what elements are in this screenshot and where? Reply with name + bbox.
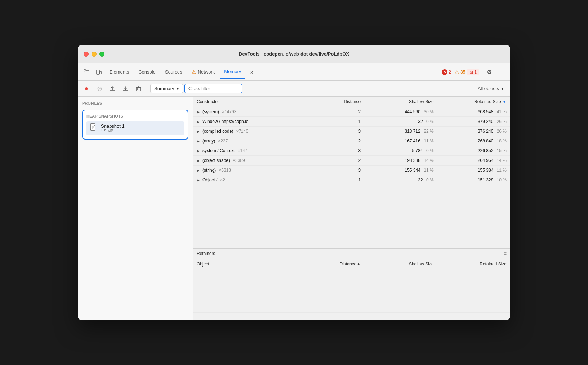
data-panel: Constructor Distance Shallow Size Retain… [193, 97, 510, 320]
ret-col-object[interactable]: Object [193, 259, 326, 269]
record-button[interactable]: ● [81, 83, 92, 94]
retainers-table[interactable]: Object Distance▲ Shallow Size Retained S… [193, 259, 510, 320]
warning-count: 35 [460, 70, 465, 75]
snapshot-item[interactable]: Snapshot 1 1.5 MB [86, 121, 184, 135]
device-icon[interactable] [93, 66, 104, 78]
expand-arrow-icon[interactable]: ▶ [197, 139, 201, 143]
error-circle-icon: ✕ [442, 69, 447, 75]
shallow-pct: 14 % [424, 158, 433, 163]
trash-button[interactable] [133, 83, 144, 94]
shallow-pct: 11 % [424, 138, 433, 144]
ret-col-shallow[interactable]: Shallow Size [364, 259, 437, 269]
table-row[interactable]: ▶ system / Context ×147 3 5 784 0 % 226 … [193, 146, 510, 156]
table-body: ▶ (system) ×14793 2 444 560 30 % 608 548… [193, 107, 510, 185]
col-constructor[interactable]: Constructor [193, 97, 326, 107]
snapshot-name: Snapshot 1 [101, 123, 125, 129]
cell-constructor: ▶ (string) ×6313 [193, 166, 326, 175]
cursor-icon[interactable] [81, 66, 92, 78]
tab-sources[interactable]: Sources [161, 66, 187, 79]
col-distance[interactable]: Distance [326, 97, 365, 107]
svg-rect-0 [84, 70, 86, 71]
retained-pct: 11 % [497, 168, 507, 173]
profiles-title: Profiles [82, 101, 188, 105]
summary-dropdown[interactable]: Summary ▾ [150, 84, 183, 93]
cell-retained-size: 376 240 26 % [437, 127, 510, 136]
table-row[interactable]: ▶ (string) ×6313 3 155 344 11 % 155 384 … [193, 166, 510, 175]
expand-arrow-icon[interactable]: ▶ [197, 110, 201, 114]
more-options-button[interactable]: ⋮ [496, 66, 507, 78]
retained-pct: 15 % [497, 148, 507, 153]
row-count: ×147 [237, 148, 247, 153]
tab-network[interactable]: ⚠ Network [187, 66, 219, 79]
table-row[interactable]: ▶ (array) ×227 2 167 416 11 % 268 840 18… [193, 136, 510, 146]
clear-button[interactable]: ⊘ [94, 83, 105, 94]
more-tabs-button[interactable]: » [246, 66, 258, 78]
expand-arrow-icon[interactable]: ▶ [197, 149, 201, 153]
cell-shallow-size: 5 784 0 % [364, 146, 437, 156]
col-shallow-size[interactable]: Shallow Size [364, 97, 437, 107]
error-count: 2 [449, 70, 451, 75]
col-retained-size[interactable]: Retained Size [437, 97, 510, 107]
expand-arrow-icon[interactable]: ▶ [197, 159, 201, 163]
download-button[interactable] [120, 83, 131, 94]
table-row[interactable]: ▶ (compiled code) ×7140 3 318 712 22 % 3… [193, 127, 510, 136]
summary-chevron-icon: ▾ [177, 86, 179, 91]
cell-shallow-size: 198 388 14 % [364, 156, 437, 166]
ret-col-distance[interactable]: Distance▲ [326, 259, 365, 269]
table-row[interactable]: ▶ (object shape) ×3389 2 198 388 14 % 20… [193, 156, 510, 166]
expand-arrow-icon[interactable]: ▶ [197, 129, 201, 133]
row-count: ×6313 [219, 168, 231, 173]
retainers-body [193, 269, 510, 313]
shallow-pct: 30 % [424, 109, 433, 114]
retained-pct: 26 % [497, 119, 507, 124]
main-toolbar: Elements Console Sources ⚠ Network Memor… [78, 63, 510, 81]
heap-snapshots-section: HEAP SNAPSHOTS Snapshot 1 1.5 MB [82, 110, 188, 140]
constructor-name: (system) [202, 109, 219, 114]
cell-distance: 3 [326, 127, 365, 136]
cell-retained-size: 268 840 18 % [437, 136, 510, 146]
main-table-container[interactable]: Constructor Distance Shallow Size Retain… [193, 97, 510, 248]
expand-arrow-icon[interactable]: ▶ [197, 168, 201, 172]
all-objects-dropdown[interactable]: All objects ▾ [474, 84, 507, 93]
shallow-pct: 0 % [426, 119, 434, 124]
devtools-window: DevTools - codepen.io/web-dot-dev/live/P… [78, 45, 510, 320]
retainers-header: Retainers ≡ [193, 249, 510, 259]
info-badge[interactable]: ⊠ 1 [467, 69, 479, 75]
minimize-button[interactable] [92, 52, 97, 57]
table-header-row: Constructor Distance Shallow Size Retain… [193, 97, 510, 107]
row-count: ×2 [220, 177, 225, 182]
settings-button[interactable]: ⚙ [484, 66, 495, 78]
class-filter-input[interactable] [184, 84, 242, 93]
divider [481, 68, 481, 76]
cell-distance: 2 [326, 156, 365, 166]
error-badge[interactable]: ✕ 2 [440, 69, 453, 76]
tab-memory[interactable]: Memory [220, 66, 245, 79]
ret-col-retained[interactable]: Retained Size [437, 259, 510, 269]
expand-arrow-icon[interactable]: ▶ [197, 120, 201, 124]
main-content: Profiles HEAP SNAPSHOTS Snapsh [78, 97, 510, 320]
retained-pct: 18 % [497, 138, 507, 144]
tab-console[interactable]: Console [134, 66, 160, 79]
maximize-button[interactable] [99, 52, 104, 57]
titlebar: DevTools - codepen.io/web-dot-dev/live/P… [78, 45, 510, 63]
retained-pct: 41 % [497, 109, 507, 114]
cell-retained-size: 151 328 10 % [437, 175, 510, 185]
close-button[interactable] [84, 52, 89, 57]
upload-button[interactable] [107, 83, 118, 94]
info-count: 1 [474, 70, 477, 75]
snapshot-info: Snapshot 1 1.5 MB [101, 123, 125, 133]
row-count: ×14793 [222, 109, 236, 114]
shallow-pct: 0 % [426, 177, 434, 182]
table-row[interactable]: ▶ (system) ×14793 2 444 560 30 % 608 548… [193, 107, 510, 117]
retainers-panel: Retainers ≡ Object Distance▲ Shallow Siz… [193, 248, 510, 320]
table-row[interactable]: ▶ Window / https://cdpn.io 1 32 0 % 379 … [193, 117, 510, 127]
retainers-menu-icon[interactable]: ≡ [504, 251, 507, 256]
tab-elements[interactable]: Elements [105, 66, 133, 79]
cell-constructor: ▶ system / Context ×147 [193, 146, 326, 156]
cell-retained-size: 226 852 15 % [437, 146, 510, 156]
cell-retained-size: 155 384 11 % [437, 166, 510, 175]
table-row[interactable]: ▶ Object / ×2 1 32 0 % 151 328 10 % [193, 175, 510, 185]
retained-pct: 26 % [497, 129, 507, 134]
warning-badge[interactable]: ⚠ 35 [453, 69, 467, 76]
expand-arrow-icon[interactable]: ▶ [197, 178, 201, 182]
